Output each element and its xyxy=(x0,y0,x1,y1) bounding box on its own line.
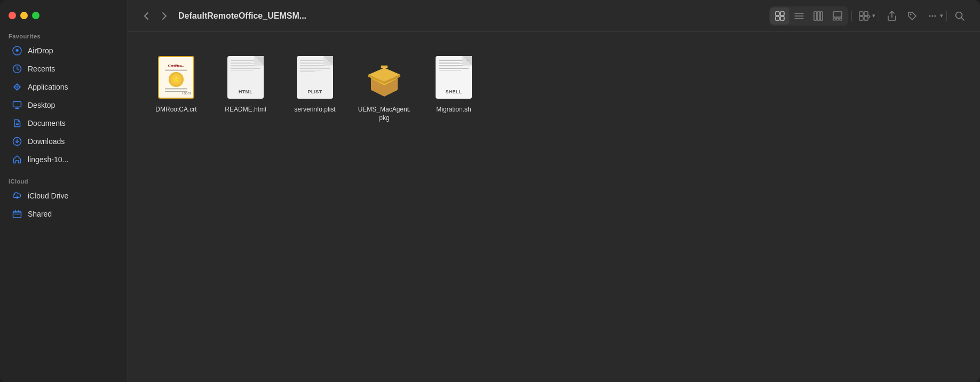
sidebar-item-label: Desktop xyxy=(28,101,55,109)
svg-point-28 xyxy=(929,15,931,17)
svg-rect-10 xyxy=(780,12,784,15)
airdrop-icon xyxy=(12,45,22,56)
svg-rect-9 xyxy=(776,12,779,15)
chevron-down-icon: ▾ xyxy=(872,12,875,19)
svg-rect-17 xyxy=(817,12,820,20)
file-icon-dmrootca: Certifica... ⭐ Root xyxy=(155,53,197,101)
file-label: README.html xyxy=(225,106,266,114)
icloud-drive-icon xyxy=(12,190,22,201)
more-button[interactable] xyxy=(923,7,942,25)
sidebar-item-label: Downloads xyxy=(28,137,65,146)
file-icon-migration: SHELL xyxy=(432,53,475,101)
search-button[interactable] xyxy=(950,7,969,25)
file-item-migration[interactable]: SHELL Migration.sh xyxy=(422,48,486,128)
svg-rect-23 xyxy=(859,12,863,15)
desktop-icon xyxy=(12,100,22,110)
tag-button[interactable] xyxy=(903,7,922,25)
svg-rect-12 xyxy=(780,17,784,20)
path-title: DefaultRemoteOffice_UEMSM... xyxy=(178,11,306,21)
sidebar-item-label: Documents xyxy=(28,119,66,128)
sidebar-item-documents[interactable]: Documents xyxy=(3,115,124,132)
sidebar-item-label: iCloud Drive xyxy=(28,192,68,200)
file-label: UEMS_MacAgent.pkg xyxy=(358,106,411,122)
traffic-lights xyxy=(0,6,128,30)
view-buttons: ▾ ▾ xyxy=(769,6,969,26)
file-item-readme[interactable]: HTML README.html xyxy=(214,48,278,128)
sidebar-item-label: Recents xyxy=(28,65,55,73)
nav-buttons xyxy=(139,9,172,23)
toolbar-divider-1 xyxy=(851,11,852,21)
svg-point-27 xyxy=(910,13,912,15)
sidebar-item-airdrop[interactable]: AirDrop xyxy=(3,42,124,59)
svg-rect-21 xyxy=(836,18,839,20)
svg-point-29 xyxy=(932,15,934,17)
sidebar-item-label: AirDrop xyxy=(28,46,53,55)
svg-rect-24 xyxy=(859,17,863,20)
view-list-button[interactable] xyxy=(789,7,809,25)
svg-rect-19 xyxy=(833,12,842,17)
file-icon-serverinfo: PLIST xyxy=(294,53,336,101)
main-content: DefaultRemoteOffice_UEMSM... xyxy=(128,0,980,382)
svg-rect-22 xyxy=(840,18,842,20)
svg-rect-25 xyxy=(864,12,868,15)
sidebar-item-label: Shared xyxy=(28,210,52,218)
group-by-button[interactable] xyxy=(855,7,874,25)
view-columns-button[interactable] xyxy=(809,7,828,25)
sidebar-item-label: lingesh-10... xyxy=(28,155,68,164)
sidebar-item-shared[interactable]: Shared xyxy=(3,205,124,222)
svg-rect-4 xyxy=(13,102,21,107)
downloads-icon xyxy=(12,136,22,147)
file-icon-uems xyxy=(363,53,406,101)
favourites-header: Favourites xyxy=(0,30,128,42)
svg-rect-18 xyxy=(820,12,823,20)
file-grid: Certifica... ⭐ Root DMRootCA.crt xyxy=(128,32,980,382)
documents-icon xyxy=(12,118,22,129)
share-button[interactable] xyxy=(882,7,902,25)
svg-rect-26 xyxy=(864,17,868,20)
view-mode-group xyxy=(769,6,848,26)
toolbar: DefaultRemoteOffice_UEMSM... xyxy=(128,0,980,32)
svg-rect-16 xyxy=(814,12,817,20)
file-label: Migration.sh xyxy=(436,106,471,114)
file-label: serverinfo.plist xyxy=(294,106,335,114)
back-button[interactable] xyxy=(139,9,154,23)
sidebar-item-label: Applications xyxy=(28,83,68,91)
file-icon-readme: HTML xyxy=(224,53,267,101)
close-button[interactable] xyxy=(9,12,16,19)
more-chevron-icon: ▾ xyxy=(940,12,943,19)
sidebar-item-applications[interactable]: Applications xyxy=(3,78,124,96)
sidebar-item-downloads[interactable]: Downloads xyxy=(3,133,124,150)
file-label: DMRootCA.crt xyxy=(155,106,196,114)
svg-line-32 xyxy=(961,18,964,20)
toolbar-divider-3 xyxy=(946,11,947,21)
icloud-header: iCloud xyxy=(0,175,128,187)
file-item-serverinfo[interactable]: PLIST serverinfo.plist xyxy=(283,48,347,128)
svg-rect-20 xyxy=(833,18,835,20)
file-item-uems[interactable]: UEMS_MacAgent.pkg xyxy=(352,48,416,128)
file-item-dmrootca[interactable]: Certifica... ⭐ Root DMRootCA.crt xyxy=(144,48,208,128)
applications-icon xyxy=(12,82,22,92)
sidebar-item-home[interactable]: lingesh-10... xyxy=(3,151,124,168)
svg-rect-11 xyxy=(776,17,779,20)
minimize-button[interactable] xyxy=(20,12,28,19)
recents-icon xyxy=(12,63,22,74)
sidebar-item-recents[interactable]: Recents xyxy=(3,60,124,77)
view-grid-button[interactable] xyxy=(770,7,789,25)
sidebar: Favourites AirDrop Recents xyxy=(0,0,128,382)
sidebar-item-icloud-drive[interactable]: iCloud Drive xyxy=(3,187,124,204)
sidebar-item-desktop[interactable]: Desktop xyxy=(3,97,124,114)
home-icon xyxy=(12,154,22,165)
toolbar-divider-2 xyxy=(879,11,879,21)
svg-point-30 xyxy=(935,15,936,17)
maximize-button[interactable] xyxy=(32,12,39,19)
shared-icon xyxy=(12,209,22,219)
forward-button[interactable] xyxy=(157,9,172,23)
view-gallery-button[interactable] xyxy=(828,7,847,25)
